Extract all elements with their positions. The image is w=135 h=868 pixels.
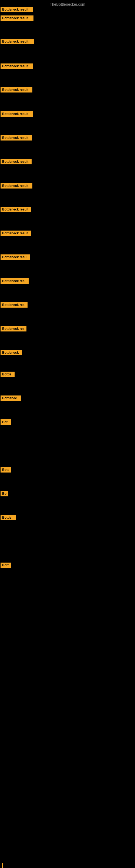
bottleneck-badge-9[interactable]: Bottleneck result <box>1 183 32 188</box>
bottleneck-badge-22[interactable]: Bo <box>1 491 8 496</box>
bottleneck-badge-14[interactable]: Bottleneck res <box>1 302 28 308</box>
bottleneck-badge-12[interactable]: Bottleneck resu <box>1 254 30 260</box>
bottleneck-badge-3[interactable]: Bottleneck result <box>1 39 34 44</box>
bottleneck-badge-1[interactable]: Bottleneck result <box>1 7 33 12</box>
bottleneck-badge-24[interactable]: Bott <box>1 563 11 568</box>
bottleneck-badge-23[interactable]: Bottle <box>1 515 16 520</box>
cursor-indicator-25 <box>2 863 3 868</box>
bottleneck-badge-2[interactable]: Bottleneck result <box>1 16 34 21</box>
bottleneck-badge-16[interactable]: Bottleneck <box>1 350 22 355</box>
bottleneck-badge-7[interactable]: Bottleneck result <box>1 135 32 141</box>
bottleneck-badge-18[interactable]: Bottlenec <box>1 396 21 401</box>
bottleneck-badge-21[interactable]: Bott <box>1 467 11 472</box>
bottleneck-badge-4[interactable]: Bottleneck result <box>1 63 33 69</box>
bottleneck-badge-8[interactable]: Bottleneck result <box>1 159 32 164</box>
bottleneck-badge-17[interactable]: Bottle <box>1 372 14 377</box>
bottleneck-badge-13[interactable]: Bottleneck res <box>1 278 29 284</box>
site-title: TheBottlenecker.com <box>0 2 135 6</box>
bottleneck-badge-5[interactable]: Bottleneck result <box>1 87 32 93</box>
bottleneck-badge-6[interactable]: Bottleneck result <box>1 111 33 117</box>
bottleneck-badge-10[interactable]: Bottleneck result <box>1 207 31 212</box>
bottleneck-badge-19[interactable]: Bot <box>1 420 11 425</box>
bottleneck-badge-15[interactable]: Bottleneck res <box>1 326 27 332</box>
bottleneck-badge-11[interactable]: Bottleneck result <box>1 230 31 236</box>
